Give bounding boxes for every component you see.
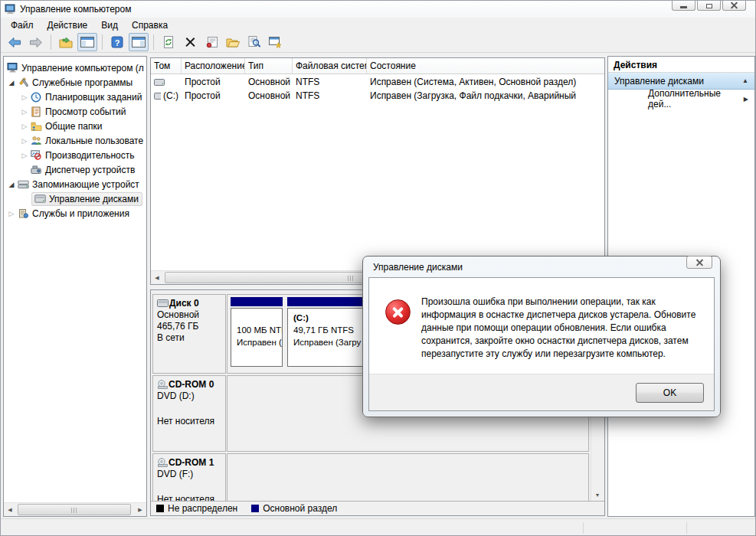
refresh-icon [162,36,175,48]
volume-icon [154,93,161,100]
column-header-layout[interactable]: Расположение [182,58,245,74]
scroll-left-button[interactable]: ◀ [4,504,16,515]
maximize-button[interactable] [697,1,721,11]
more-actions-item[interactable]: Дополнительные дей... ▶ [608,90,754,108]
actions-group-label: Управление дисками [614,76,742,87]
dialog-close-button[interactable] [686,256,712,269]
minimize-button[interactable] [672,1,695,11]
volume-filesystem: NTFS [293,75,367,89]
volume-row[interactable]: (C:) Простой Основной NTFS Исправен (Заг… [151,89,604,103]
volume-list-pane: Том Расположение Тип Файловая система Со… [150,57,605,285]
scroll-down-button[interactable]: ▼ [591,489,604,501]
shared-folders-icon [29,121,43,131]
dialog-body: Произошла ошибка при выполнении операции… [368,277,715,411]
ok-button-label: OK [663,387,676,398]
help-button[interactable]: ? [107,33,127,51]
statusbar-separator [583,522,584,534]
tree-item-performance[interactable]: ▷ Производительность [20,148,136,162]
toolbar-separator [51,34,51,50]
expander-collapsed-icon[interactable]: ▷ [7,210,16,217]
menu-action[interactable]: Действие [41,18,95,32]
tree-horizontal-scrollbar[interactable]: ◀ ▶ [4,502,146,516]
disk0-name: Диск 0 [169,298,199,309]
expander-collapsed-icon[interactable]: ▷ [20,152,29,159]
export-list-button[interactable] [56,33,76,51]
volume-type: Основной [245,75,293,89]
menu-help[interactable]: Справка [125,18,175,32]
volume-icon [154,79,165,86]
expander-expanded-icon[interactable]: ◢ [7,181,16,188]
cdrom0-label-cell[interactable]: CD-ROM 0 DVD (D:) Нет носителя [152,375,226,452]
scroll-right-button[interactable]: ▶ [134,504,146,515]
scrollbar-thumb[interactable] [18,504,131,515]
column-header-type[interactable]: Тип [245,58,293,74]
disk0-label-cell[interactable]: Диск 0 Основной 465,76 ГБ В сети [152,294,226,374]
tree-item-label: Управление дисками [47,193,141,205]
volume-type: Основной [245,89,293,103]
cdrom1-media-cell[interactable] [227,453,589,503]
tree-item-disk-management[interactable]: Управление дисками [31,191,142,206]
back-button[interactable] [5,33,25,51]
export-list-icon [59,37,73,48]
tree-item-storage[interactable]: ◢ Запоминающие устройст [7,177,142,191]
partition-body: 100 МБ NTI Исправен ( [231,308,283,367]
forward-button[interactable] [26,33,46,51]
tree-selection: Управление дисками [31,192,142,206]
expander-expanded-icon[interactable]: ◢ [7,79,16,87]
new-window-button[interactable] [266,33,286,51]
computer-icon [5,4,16,17]
expander-collapsed-icon[interactable]: ▷ [20,93,29,101]
tree-item-label: Служебные программы [30,77,135,89]
storage-icon [16,180,30,189]
tree-item-services-applications[interactable]: ▷ Службы и приложения [7,206,132,221]
column-header-filesystem[interactable]: Файловая система [293,58,367,74]
actions-group-disk-management[interactable]: Управление дисками ▲ [608,73,754,90]
show-console-tree-button[interactable] [77,33,97,51]
menu-file[interactable]: Файл [4,18,41,32]
titlebar[interactable]: Управление компьютером [1,1,755,18]
refresh-button[interactable] [159,33,178,51]
partition-title [237,312,277,324]
help-icon: ? [111,36,123,48]
scroll-left-button[interactable]: ◀ [151,272,163,283]
close-icon [731,2,738,8]
cdrom1-label-cell[interactable]: CD-ROM 1 DVD (F:) Нет носителя [152,453,226,503]
column-header-volume[interactable]: Том [151,58,182,74]
tree-item-label: Службы и приложения [30,208,132,220]
disk-management-icon [33,194,47,203]
volume-row[interactable]: Простой Основной NTFS Исправен (Система,… [151,75,604,89]
tree-item-task-scheduler[interactable]: ▷ Планировщик заданий [20,90,144,104]
tree-item-local-users-groups[interactable]: ▷ Локальные пользовате [20,133,146,148]
tree-item-device-manager[interactable]: Диспетчер устройств [20,162,137,177]
delete-button[interactable] [180,33,200,51]
dialog-footer: OK [369,374,714,410]
ok-button[interactable]: OK [636,383,704,403]
tree-item-computer-management[interactable]: Управление компьютером (л [5,60,146,75]
expander-collapsed-icon[interactable]: ▷ [20,137,29,145]
toolbar-separator [102,34,103,50]
cdrom0-name: CD-ROM 0 [169,379,214,390]
expander-collapsed-icon[interactable]: ▷ [20,123,29,130]
scrollbar-grip [71,508,78,513]
cdrom1-media: DVD (F:) [157,469,224,480]
forward-icon [29,37,43,48]
tree-item-label: Диспетчер устройств [43,164,137,176]
menubar: Файл Действие Вид Справка [1,18,755,32]
menu-view[interactable]: Вид [94,18,125,32]
column-header-status[interactable]: Состояние [367,58,604,74]
expander-collapsed-icon[interactable]: ▷ [20,108,29,116]
error-icon [385,299,411,325]
close-button[interactable] [722,1,746,11]
tree-item-event-viewer[interactable]: ▷ Просмотр событий [20,104,128,119]
volume-status: Исправен (Загрузка, Файл подкачки, Авари… [367,89,604,103]
collapse-icon[interactable]: ▲ [742,77,748,84]
volume-status: Исправен (Система, Активен, Основной раз… [367,75,604,89]
open-folder-button[interactable] [223,33,243,51]
partition-system-reserved[interactable]: 100 МБ NTI Исправен ( [231,297,283,367]
tree-item-shared-folders[interactable]: ▷ Общие папки [20,119,104,133]
show-action-pane-button[interactable] [129,33,149,51]
partition-status: Исправен ( [237,336,277,348]
tree-item-system-tools[interactable]: ◢ Служебные программы [7,75,135,90]
find-button[interactable] [244,33,264,51]
properties-button[interactable] [201,33,221,51]
